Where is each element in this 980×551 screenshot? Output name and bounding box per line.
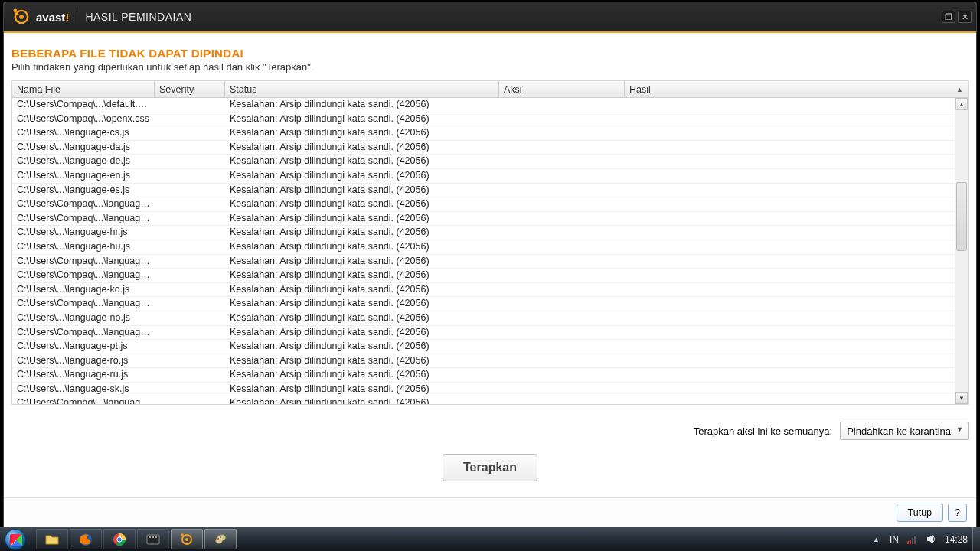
chrome-icon [113, 533, 126, 546]
close-dialog-button[interactable]: Tutup [897, 504, 944, 522]
table-row[interactable]: C:\Users\...\language-en.jsKesalahan: Ar… [12, 169, 968, 184]
table-row[interactable]: C:\Users\...\language-da.jsKesalahan: Ar… [12, 141, 968, 155]
tray-clock[interactable]: 14:28 [945, 534, 968, 545]
table-row[interactable]: C:\Users\...\language-hu.jsKesalahan: Ar… [12, 240, 968, 255]
vertical-scrollbar[interactable]: ▲ ▼ [955, 98, 968, 404]
tray-expand-icon[interactable]: ▲ [871, 533, 882, 545]
table-row[interactable]: C:\Users\Compaq\...\language-it.jsKesala… [12, 255, 968, 269]
title-separator [77, 9, 77, 24]
svg-point-13 [181, 533, 184, 536]
maximize-button[interactable]: ❐ [942, 11, 956, 23]
taskbar-avast[interactable] [171, 529, 203, 549]
table-row[interactable]: C:\Users\Compaq\...\language-pl.jsKesala… [12, 326, 968, 341]
col-nama-file[interactable]: Nama File [12, 81, 155, 97]
table-row[interactable]: C:\Users\Compaq\...\language-fr.jsKesala… [12, 212, 968, 227]
table-row[interactable]: C:\Users\...\language-de.jsKesalahan: Ar… [12, 155, 968, 169]
start-button[interactable] [0, 527, 31, 551]
cell-status: Kesalahan: Arsip dilindungi kata sandi. … [225, 112, 499, 126]
cell-severity [155, 197, 225, 211]
cell-hasil [625, 326, 968, 340]
cell-filename: C:\Users\Compaq\...\language-it.js [12, 255, 155, 269]
cell-aksi [499, 269, 625, 282]
taskbar-mediaplayer[interactable] [137, 529, 169, 549]
col-severity[interactable]: Severity [155, 81, 225, 97]
cell-severity [155, 98, 225, 112]
folder-icon [45, 533, 59, 546]
table-row[interactable]: C:\Users\...\language-es.jsKesalahan: Ar… [12, 184, 968, 198]
tray-network-icon[interactable] [906, 533, 918, 545]
cell-aksi [499, 212, 625, 226]
table-row[interactable]: C:\Users\...\language-ru.jsKesalahan: Ar… [12, 368, 968, 383]
cell-status: Kesalahan: Arsip dilindungi kata sandi. … [225, 311, 499, 325]
cell-status: Kesalahan: Arsip dilindungi kata sandi. … [225, 226, 499, 240]
table-header: Nama File Severity Status Aksi Hasil▲ [12, 81, 968, 98]
table-row[interactable]: C:\Users\Compaq\...\default.cssKesalahan… [12, 98, 968, 112]
table-row[interactable]: C:\Users\...\language-no.jsKesalahan: Ar… [12, 311, 968, 326]
svg-rect-18 [910, 540, 911, 544]
cell-severity [155, 396, 225, 404]
table-row[interactable]: C:\Users\...\language-hr.jsKesalahan: Ar… [12, 226, 968, 240]
close-button[interactable]: ✕ [958, 11, 972, 23]
cell-severity [155, 283, 225, 297]
taskbar-explorer[interactable] [36, 529, 68, 549]
page-subheading: Pilih tindakan yang diperlukan untuk set… [11, 61, 969, 73]
table-row[interactable]: C:\Users\...\language-ko.jsKesalahan: Ar… [12, 283, 968, 298]
cell-filename: C:\Users\...\language-ru.js [12, 368, 155, 382]
col-aksi[interactable]: Aksi [499, 81, 625, 97]
scroll-thumb[interactable] [956, 182, 967, 251]
taskbar-firefox[interactable] [70, 529, 102, 549]
tray-language[interactable]: IN [890, 534, 899, 545]
sort-indicator-icon: ▲ [956, 86, 963, 93]
table-row[interactable]: C:\Users\Compaq\...\language-fi.jsKesala… [12, 197, 968, 212]
avast-window: avast! HASIL PEMINDAIAN ❐ ✕ BEBERAPA FIL… [3, 2, 977, 527]
cell-status: Kesalahan: Arsip dilindungi kata sandi. … [225, 396, 499, 404]
cell-hasil [625, 396, 968, 404]
svg-point-12 [185, 538, 188, 541]
table-row[interactable]: C:\Users\Compaq\...\language-ja.jsKesala… [12, 269, 968, 283]
window-title: HASIL PEMINDAIAN [85, 11, 191, 23]
cell-filename: C:\Users\Compaq\...\openx.css [12, 112, 155, 126]
cell-hasil [625, 383, 968, 396]
table-row[interactable]: C:\Users\Compaq\...\openx.cssKesalahan: … [12, 112, 968, 127]
cell-filename: C:\Users\Compaq\...\language-fi.js [12, 197, 155, 211]
apply-all-select[interactable]: Pindahkan ke karantina [840, 422, 969, 440]
taskbar-paint[interactable] [204, 529, 237, 549]
scroll-up-icon[interactable]: ▲ [956, 98, 968, 110]
table-row[interactable]: C:\Users\...\language-pt.jsKesalahan: Ar… [12, 340, 968, 354]
cell-status: Kesalahan: Arsip dilindungi kata sandi. … [225, 169, 499, 183]
cell-severity [155, 141, 225, 155]
table-row[interactable]: C:\Users\...\language-ro.jsKesalahan: Ar… [12, 354, 968, 369]
cell-aksi [499, 184, 625, 197]
cell-hasil [625, 212, 968, 226]
col-label: Aksi [504, 84, 522, 95]
col-status[interactable]: Status [225, 81, 499, 97]
table-row[interactable]: C:\Users\...\language-cs.jsKesalahan: Ar… [12, 126, 968, 141]
table-row[interactable]: C:\Users\Compaq\...\language-sl.jsKesala… [12, 396, 968, 404]
windows-logo-icon [5, 529, 26, 550]
taskbar-chrome[interactable] [103, 529, 136, 549]
cell-severity [155, 240, 225, 254]
col-hasil[interactable]: Hasil▲ [625, 81, 968, 97]
cell-severity [155, 340, 225, 354]
cell-aksi [499, 283, 625, 297]
cell-hasil [625, 155, 968, 168]
table-row[interactable]: C:\Users\Compaq\...\language-nl.jsKesala… [12, 297, 968, 311]
cell-status: Kesalahan: Arsip dilindungi kata sandi. … [225, 184, 499, 197]
cell-filename: C:\Users\...\language-hu.js [12, 240, 155, 254]
help-button[interactable]: ? [948, 504, 967, 522]
scroll-down-icon[interactable]: ▼ [956, 392, 968, 404]
cell-status: Kesalahan: Arsip dilindungi kata sandi. … [225, 269, 499, 282]
cell-severity [155, 226, 225, 240]
show-desktop-button[interactable] [972, 527, 980, 551]
tray-volume-icon[interactable] [926, 533, 937, 545]
cell-status: Kesalahan: Arsip dilindungi kata sandi. … [225, 240, 499, 254]
cell-severity [155, 383, 225, 396]
content-area: BEBERAPA FILE TIDAK DAPAT DIPINDAI Pilih… [11, 41, 969, 493]
firefox-icon [79, 533, 93, 546]
cell-filename: C:\Users\Compaq\...\language-sl.js [12, 396, 155, 404]
table-row[interactable]: C:\Users\...\language-sk.jsKesalahan: Ar… [12, 383, 968, 397]
apply-button[interactable]: Terapkan [443, 454, 537, 481]
cell-filename: C:\Users\Compaq\...\language-fr.js [12, 212, 155, 226]
cell-filename: C:\Users\Compaq\...\default.css [12, 98, 155, 112]
cell-hasil [625, 297, 968, 311]
